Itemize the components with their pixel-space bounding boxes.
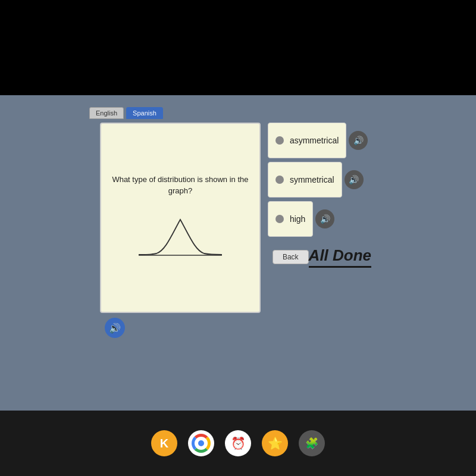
sound-icon: 🔊 (109, 322, 121, 334)
black-top-bar (0, 0, 476, 95)
clock-symbol: ⏰ (231, 436, 246, 450)
screen-area: English Spanish What type of distributio… (0, 95, 476, 411)
radio-dot-1 (275, 136, 284, 145)
answer-label-1: asymmetrical (290, 136, 339, 145)
bell-curve-chart (133, 209, 228, 262)
main-content-row: What type of distribution is shown in th… (18, 123, 458, 338)
puzzle-symbol: 🧩 (305, 437, 318, 450)
taskbar-puzzle-icon[interactable]: 🧩 (299, 430, 325, 456)
sound-icon-1: 🔊 (353, 136, 364, 145)
chrome-ring (192, 434, 211, 453)
taskbar-clock-icon[interactable]: ⏰ (225, 430, 251, 456)
star-symbol: ⭐ (268, 436, 283, 450)
answer-option-2[interactable]: symmetrical (268, 162, 342, 198)
answers-section: asymmetrical 🔊 symmetrical 🔊 (268, 123, 376, 268)
tab-english[interactable]: English (89, 107, 124, 119)
answer-row-3: high 🔊 (268, 201, 376, 237)
taskbar-star-icon[interactable]: ⭐ (262, 430, 288, 456)
question-panel: What type of distribution is shown in th… (100, 123, 261, 313)
all-done-label: All Done (309, 246, 371, 268)
question-section: What type of distribution is shown in th… (100, 123, 261, 338)
answer-option-1[interactable]: asymmetrical (268, 123, 346, 158)
language-tabs: English Spanish (89, 107, 163, 119)
bottom-action-row: Back All Done (268, 246, 376, 268)
answer-row-2: symmetrical 🔊 (268, 162, 376, 198)
question-text: What type of distribution is shown in th… (111, 174, 250, 197)
sound-icon-3: 🔊 (320, 214, 330, 224)
taskbar-chrome-icon[interactable] (188, 430, 214, 456)
radio-dot-3 (275, 215, 284, 223)
chrome-center (198, 440, 204, 446)
k-label: K (160, 437, 168, 450)
answer-label-3: high (290, 214, 305, 224)
taskbar: K ⏰ ⭐ 🧩 (0, 411, 476, 476)
tab-spanish[interactable]: Spanish (126, 107, 163, 119)
taskbar-k-icon[interactable]: K (151, 430, 177, 456)
question-sound-button[interactable]: 🔊 (105, 318, 125, 338)
answer-row-1: asymmetrical 🔊 (268, 123, 376, 158)
answer-sound-button-2[interactable]: 🔊 (345, 170, 364, 189)
answer-label-2: symmetrical (290, 175, 334, 184)
answer-sound-button-3[interactable]: 🔊 (315, 209, 334, 228)
radio-dot-2 (275, 176, 284, 184)
answer-sound-button-1[interactable]: 🔊 (349, 131, 368, 150)
sound-icon-2: 🔊 (349, 175, 359, 184)
answer-option-3[interactable]: high (268, 201, 313, 237)
back-button[interactable]: Back (273, 250, 309, 264)
